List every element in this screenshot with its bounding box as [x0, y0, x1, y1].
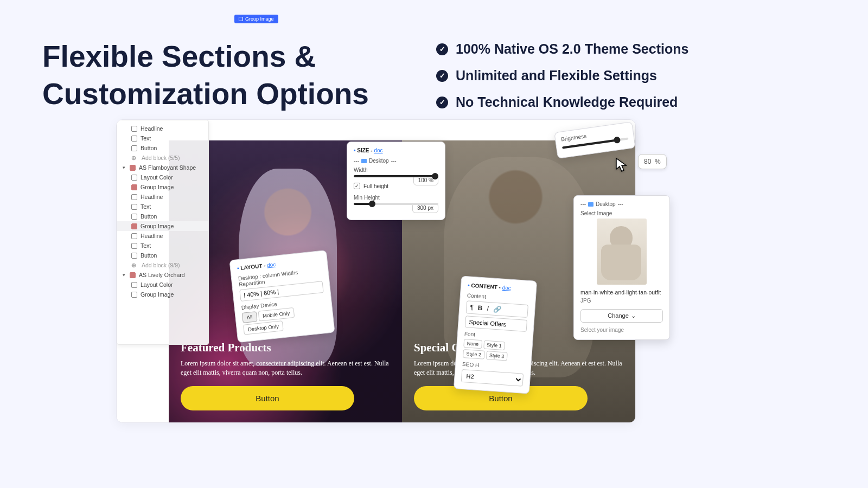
size-panel[interactable]: • SIZE - doc --- Desktop --- Width 100 %… — [347, 142, 445, 220]
content-panel[interactable]: • CONTENT - doc Content ¶ B I 🔗 Font Non… — [454, 275, 537, 394]
italic-icon[interactable]: I — [487, 305, 489, 312]
feature-item: ✓ Unlimited and Flexible Settings — [436, 68, 688, 84]
tree-item[interactable]: Group Image — [117, 290, 208, 299]
desktop-icon — [361, 159, 367, 163]
doc-link[interactable]: doc — [502, 285, 511, 291]
selection-badge: Group Image — [234, 15, 278, 23]
feature-text: No Technical Knowledge Required — [456, 94, 678, 110]
tree-add-block[interactable]: ⊕Add block (5/5) — [117, 153, 208, 163]
panel-title: Featured Products — [181, 341, 390, 355]
tree-item[interactable]: Headline — [117, 192, 208, 202]
tree-section-orchard[interactable]: ▾AS Lively Orchard — [117, 270, 208, 280]
font-option[interactable]: Style 1 — [483, 341, 506, 351]
image-hint: Select your image — [580, 327, 663, 333]
size-panel-header: • SIZE - doc — [354, 147, 438, 153]
badge-label: Group Image — [245, 16, 274, 22]
feature-text: Unlimited and Flexible Settings — [456, 68, 657, 84]
feature-text: 100% Native OS 2.0 Theme Sections — [456, 41, 688, 57]
device-option-mobile[interactable]: Mobile Only — [258, 307, 295, 322]
content-input[interactable] — [465, 316, 527, 332]
doc-link[interactable]: doc — [374, 147, 382, 153]
bold-icon[interactable]: B — [477, 304, 483, 312]
feature-item: ✓ No Technical Knowledge Required — [436, 94, 688, 110]
slider-knob[interactable] — [432, 173, 438, 179]
tree-item-button[interactable]: Button — [117, 143, 208, 153]
hero-title: Flexible Sections & Customization Option… — [42, 38, 369, 113]
device-subheader: --- Desktop --- — [354, 158, 438, 164]
font-option[interactable]: None — [463, 339, 482, 349]
group-image-icon — [239, 17, 243, 21]
font-segmented[interactable]: None Style 1 Style 2 Style 3 — [463, 339, 526, 362]
link-icon[interactable]: 🔗 — [493, 305, 501, 313]
font-option[interactable]: Style 3 — [486, 351, 508, 361]
seo-select[interactable]: H2 — [461, 369, 524, 387]
image-thumbnail[interactable] — [597, 219, 647, 285]
tree-item[interactable]: Button — [117, 211, 208, 221]
tree-item[interactable]: Button — [117, 251, 208, 260]
min-height-slider[interactable] — [354, 203, 438, 205]
doc-link[interactable]: doc — [267, 261, 276, 268]
brightness-value-box[interactable]: 80 % — [638, 154, 667, 169]
tree-add-block[interactable]: ⊕Add block (9/9) — [117, 260, 208, 270]
content-panel-header: • CONTENT - doc — [468, 282, 529, 292]
feature-list: ✓ 100% Native OS 2.0 Theme Sections ✓ Un… — [436, 41, 688, 121]
tree-item-group-image-selected[interactable]: Group Image — [117, 221, 208, 231]
tree-section-flamboyant[interactable]: ▾AS Flamboyant Shape — [117, 163, 208, 172]
check-icon: ✓ — [436, 97, 448, 108]
tree-item-headline[interactable]: Headline — [117, 124, 208, 133]
checkbox-icon: ✓ — [354, 183, 360, 189]
tree-item[interactable]: Layout Color — [117, 280, 208, 290]
tree-item[interactable]: Headline — [117, 231, 208, 241]
cursor-icon — [615, 157, 629, 176]
hero-title-line1: Flexible Sections & — [42, 38, 369, 75]
device-option-desktop[interactable]: Desktop Only — [243, 320, 284, 335]
select-image-label: Select Image — [580, 210, 663, 216]
device-option-all[interactable]: All — [242, 311, 257, 323]
chevron-down-icon: ⌄ — [631, 312, 636, 319]
tree-item[interactable]: Text — [117, 202, 208, 211]
font-option[interactable]: Style 2 — [463, 349, 485, 359]
tree-item-text[interactable]: Text — [117, 133, 208, 143]
tree-item[interactable]: Layout Color — [117, 172, 208, 182]
image-filename: man-in-white-and-light-tan-outfit — [580, 289, 663, 297]
width-slider[interactable] — [354, 175, 438, 177]
width-label: Width — [354, 167, 438, 173]
change-image-button[interactable]: Change ⌄ — [580, 309, 663, 323]
image-filetype: JPG — [580, 298, 663, 304]
min-height-label: Min Height — [354, 195, 438, 201]
full-height-checkbox[interactable]: ✓Full height — [354, 183, 413, 189]
panel-body: Lorem ipsum dolor sit amet, consectetur … — [181, 359, 390, 377]
check-icon: ✓ — [436, 70, 448, 82]
slider-knob[interactable] — [369, 201, 375, 207]
tree-item[interactable]: Text — [117, 241, 208, 251]
tree-item[interactable]: Group Image — [117, 182, 208, 192]
panel-button[interactable]: Button — [181, 386, 354, 410]
check-icon: ✓ — [436, 43, 448, 55]
image-select-panel[interactable]: --- Desktop --- Select Image man-in-whit… — [573, 195, 670, 340]
rte-toolbar[interactable]: ¶ B I 🔗 — [466, 300, 528, 318]
paragraph-icon[interactable]: ¶ — [470, 304, 474, 311]
slider-knob[interactable] — [614, 137, 621, 144]
hero-title-line2: Customization Options — [42, 75, 369, 113]
feature-item: ✓ 100% Native OS 2.0 Theme Sections — [436, 41, 688, 57]
sidebar-tree[interactable]: Headline Text Button ⊕Add block (5/5) ▾A… — [117, 120, 209, 345]
device-subheader: --- Desktop --- — [580, 201, 663, 207]
layout-panel[interactable]: • LAYOUT - doc Desktop : column Widths R… — [229, 250, 335, 343]
desktop-icon — [588, 202, 593, 207]
